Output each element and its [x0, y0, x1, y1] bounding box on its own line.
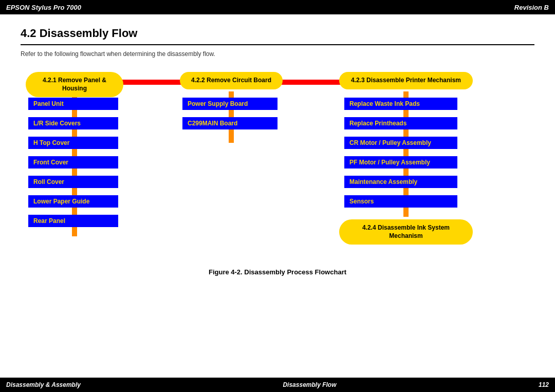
ellipse-disassemble-printer: 4.2.3 Disassemble Printer Mechanism: [339, 72, 473, 89]
box-panel-unit: Panel Unit: [28, 98, 118, 110]
ellipse-remove-circuit: 4.2.2 Remove Circuit Board: [180, 72, 283, 89]
box-lr-side-covers: L/R Side Covers: [28, 117, 118, 129]
page-footer: Disassembly & Assembly Disassembly Flow …: [0, 378, 555, 392]
footer-chapter: Disassembly & Assembly: [6, 381, 81, 388]
box-h-top-cover: H Top Cover: [28, 137, 118, 149]
box-sensors: Sensors: [344, 195, 457, 208]
box-front-cover: Front Cover: [28, 156, 118, 169]
page-header: EPSON Stylus Pro 7000 Revision B: [0, 0, 555, 14]
box-lower-paper-guide: Lower Paper Guide: [28, 195, 118, 208]
page-description: Refer to the following flowchart when de…: [21, 50, 534, 58]
box-maintenance-assembly: Maintenance Assembly: [344, 176, 457, 188]
footer-page-number: 112: [539, 381, 549, 388]
header-product: EPSON Stylus Pro 7000: [6, 4, 81, 11]
ellipse-disassemble-ink: 4.2.4 Disassemble Ink System Mechanism: [339, 219, 473, 245]
section-title: 4.2 Disassembly Flow: [21, 27, 534, 45]
page-content: 4.2 Disassembly Flow Refer to the follow…: [0, 14, 555, 296]
flowchart: 4.2.1 Remove Panel & Housing 4.2.2 Remov…: [21, 68, 519, 253]
box-power-supply-board: Power Supply Board: [182, 98, 278, 110]
ellipse-remove-panel: 4.2.1 Remove Panel & Housing: [26, 72, 123, 97]
box-cr-motor-pulley: CR Motor / Pulley Assembly: [344, 137, 457, 149]
header-revision: Revision B: [514, 4, 549, 11]
figure-caption: Figure 4-2. Disassembly Process Flowchar…: [21, 268, 534, 276]
footer-section: Disassembly Flow: [283, 381, 336, 388]
box-c299main-board: C299MAIN Board: [182, 117, 278, 129]
box-rear-panel: Rear Panel: [28, 215, 118, 227]
box-roll-cover: Roll Cover: [28, 176, 118, 188]
box-pf-motor-pulley: PF Motor / Pulley Assembly: [344, 156, 457, 169]
box-replace-waste-ink-pads: Replace Waste Ink Pads: [344, 98, 457, 110]
box-replace-printheads: Replace Printheads: [344, 117, 457, 129]
